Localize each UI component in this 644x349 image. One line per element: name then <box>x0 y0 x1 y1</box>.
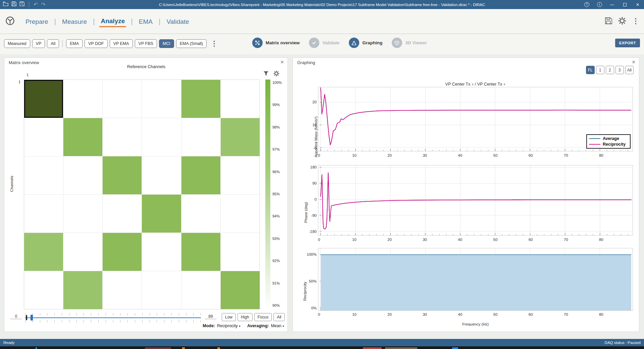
matrix-cell-r1c3[interactable] <box>103 80 142 118</box>
export-button[interactable]: EXPORT <box>615 39 640 47</box>
more-options-icon[interactable]: ⋮ <box>632 18 639 24</box>
y-tick-label: 0 <box>315 197 317 201</box>
filter-button-measured[interactable]: Measured <box>4 39 30 48</box>
matrix-cell-r3c2[interactable] <box>63 156 102 194</box>
matrix-cell-r2c4[interactable] <box>142 118 181 156</box>
matrix-cell-r3c3[interactable] <box>103 156 142 194</box>
range-button-high[interactable]: High <box>237 313 253 321</box>
filter-button-mci[interactable]: MCI <box>159 39 174 48</box>
matrix-cell-r1c5[interactable] <box>181 80 220 118</box>
filter-button-all[interactable]: All <box>47 39 59 48</box>
matrix-cell-r4c4[interactable] <box>142 195 181 233</box>
save-icon[interactable] <box>11 1 16 8</box>
nav-tab-analyze[interactable]: Analyze <box>99 15 126 27</box>
channel-range-slider[interactable] <box>25 313 201 323</box>
matrix-cell-r3c4[interactable] <box>142 156 181 194</box>
close-graphing-panel-icon[interactable]: ✕ <box>632 59 636 65</box>
filter-group-divider <box>62 40 63 47</box>
matrix-cell-r2c2[interactable] <box>63 118 102 156</box>
matrix-cell-r2c3[interactable] <box>103 118 142 156</box>
matrix-cell-r6c4[interactable] <box>142 271 181 309</box>
graph-view-button-1[interactable]: 1 <box>596 66 604 74</box>
range-button-all[interactable]: All <box>273 313 284 321</box>
filter-button-vp-ema[interactable]: VP EMA <box>110 39 133 48</box>
maximize-button[interactable] <box>619 0 631 9</box>
graph-view-button-fl[interactable]: FL <box>586 66 595 74</box>
matrix-cell-r4c3[interactable] <box>103 195 142 233</box>
matrix-cell-r3c5[interactable] <box>181 156 220 194</box>
filter-more-icon[interactable]: ⋮ <box>211 41 218 47</box>
matrix-cell-r5c4[interactable] <box>142 233 181 271</box>
view-button-graphing[interactable]: Graphing <box>349 38 382 48</box>
matrix-cell-r3c6[interactable] <box>221 156 260 194</box>
x-tick-label: 50 <box>493 153 498 157</box>
matrix-cell-r4c5[interactable] <box>181 195 220 233</box>
close-matrix-panel-icon[interactable]: ✕ <box>280 59 284 65</box>
settings-gear-icon[interactable] <box>618 17 626 26</box>
matrix-cell-r1c1[interactable] <box>24 80 63 118</box>
filter-button-vp-fbs[interactable]: VP FBS <box>135 39 157 48</box>
matrix-cell-r5c5[interactable] <box>181 233 220 271</box>
save-as-icon[interactable] <box>19 1 24 8</box>
matrix-cell-r4c6[interactable] <box>221 195 260 233</box>
matrix-cell-r1c2[interactable] <box>63 80 102 118</box>
matrix-cell-r6c2[interactable] <box>63 271 102 309</box>
range-button-low[interactable]: Low <box>222 313 236 321</box>
reciprocity-matrix[interactable] <box>24 80 260 309</box>
filter-button-ema[interactable]: EMA <box>66 39 83 48</box>
range-button-focus[interactable]: Focus <box>254 313 272 321</box>
matrix-cell-r5c3[interactable] <box>103 233 142 271</box>
filter-button-vp[interactable]: VP <box>32 39 45 48</box>
mode-dropdown[interactable]: Reciprocity ▾ <box>217 323 240 328</box>
filter-funnel-icon[interactable] <box>263 71 269 78</box>
matrix-cell-r1c6[interactable] <box>221 80 260 118</box>
nav-tab-measure[interactable]: Measure <box>61 16 88 27</box>
open-file-icon[interactable] <box>3 1 8 8</box>
matrix-settings-gear-icon[interactable] <box>273 70 279 78</box>
graph-view-button-2[interactable]: 2 <box>606 66 614 74</box>
averaging-dropdown[interactable]: Mean ▾ <box>271 323 284 328</box>
matrix-cell-r1c4[interactable] <box>142 80 181 118</box>
channel-selector-2[interactable]: VP Center Tx ∨ <box>477 82 506 87</box>
slider-handle[interactable] <box>31 315 33 320</box>
filter-button-ema-small-[interactable]: EMA (Small) <box>176 39 207 48</box>
reciprocity-plot[interactable] <box>318 248 633 311</box>
matrix-cell-r2c6[interactable] <box>221 118 260 156</box>
reciprocity-yticks: 100%50%0% <box>303 248 317 311</box>
matrix-cell-r2c1[interactable] <box>24 118 63 156</box>
close-button[interactable]: ✕ <box>631 0 644 9</box>
graph-view-button-all[interactable]: All <box>625 66 634 74</box>
help-icon[interactable]: ? <box>580 0 593 9</box>
matrix-cell-r5c1[interactable] <box>24 233 63 271</box>
matrix-cell-r4c1[interactable] <box>24 195 63 233</box>
matrix-cell-r6c6[interactable] <box>221 271 260 309</box>
matrix-cell-r6c3[interactable] <box>103 271 142 309</box>
filter-button-vp-dof[interactable]: VP DOF <box>85 39 107 48</box>
slider-min-value[interactable]: 0 <box>10 314 22 319</box>
nav-tab-validate[interactable]: Validate <box>165 16 190 27</box>
matrix-cell-r6c5[interactable] <box>181 271 220 309</box>
legend-label: Average <box>603 136 619 141</box>
nav-tab-prepare[interactable]: Prepare <box>24 16 50 27</box>
save-report-icon[interactable] <box>605 17 612 26</box>
minimize-button[interactable]: — <box>606 0 619 9</box>
matrix-cell-r6c1[interactable] <box>24 271 63 309</box>
matrix-cell-r5c2[interactable] <box>63 233 102 271</box>
view-button-matrix-overview[interactable]: Matrix overview <box>252 38 300 48</box>
view-button-validate[interactable]: Validate <box>309 38 339 48</box>
matrix-cell-r5c6[interactable] <box>221 233 260 271</box>
phase-plot[interactable] <box>318 165 633 236</box>
redo-icon[interactable]: ↷ <box>41 2 45 7</box>
graph-view-button-3[interactable]: 3 <box>615 66 624 74</box>
nav-tab-ema[interactable]: EMA <box>138 16 154 27</box>
matrix-cell-r2c5[interactable] <box>181 118 220 156</box>
matrix-cell-r3c1[interactable] <box>24 156 63 194</box>
channel-selector-1[interactable]: VP Center Tx ∨ <box>445 82 474 87</box>
info-icon[interactable]: i <box>593 0 606 9</box>
undo-icon[interactable]: ↶ <box>34 2 38 7</box>
matrix-cell-r4c2[interactable] <box>63 195 102 233</box>
apparent-mass-plot[interactable] <box>318 87 633 151</box>
slider-max-value[interactable]: 89 <box>205 314 216 319</box>
slider-handle-left[interactable] <box>26 315 27 320</box>
view-button-3d-viewer[interactable]: 3D Viewer <box>392 38 427 48</box>
